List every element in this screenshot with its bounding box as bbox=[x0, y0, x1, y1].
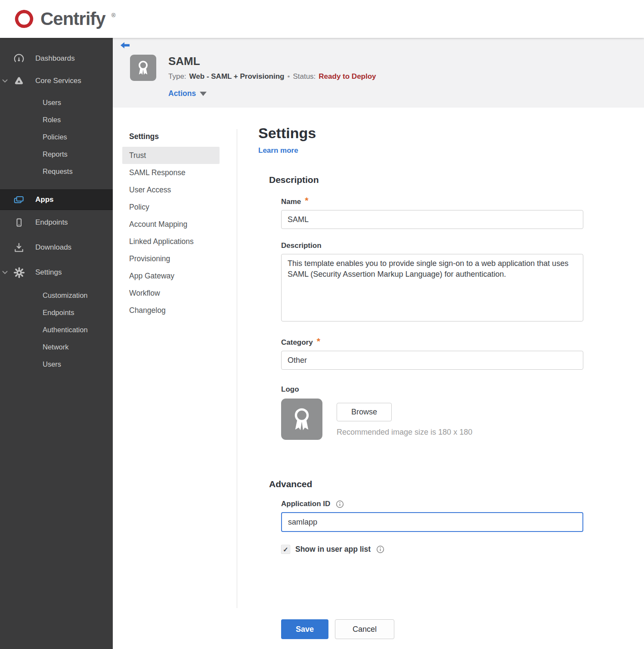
logo-label: Logo bbox=[281, 385, 299, 394]
cancel-button[interactable]: Cancel bbox=[335, 619, 394, 639]
logo-preview bbox=[281, 399, 322, 440]
sidebar-item-label: Apps bbox=[35, 195, 54, 204]
chevron-down-icon[interactable] bbox=[2, 271, 8, 275]
sidebar-item-settings[interactable]: Settings bbox=[0, 260, 113, 285]
type-value: Web - SAML + Provisioning bbox=[189, 72, 285, 81]
subnav-item-trust[interactable]: Trust bbox=[122, 147, 220, 164]
sidebar-item-customization[interactable]: Customization bbox=[0, 287, 113, 304]
subnav-item-saml-response[interactable]: SAML Response bbox=[122, 164, 220, 181]
settings-panel: Settings Learn more Description Name * D… bbox=[237, 108, 644, 649]
sidebar-item-network[interactable]: Network bbox=[0, 338, 113, 355]
endpoint-phone-icon bbox=[13, 217, 25, 228]
name-input[interactable] bbox=[281, 210, 583, 229]
download-icon bbox=[13, 242, 25, 253]
app-header: SAML Type: Web - SAML + Provisioning • S… bbox=[113, 38, 644, 108]
sidebar-item-label: Dashboards bbox=[35, 54, 75, 63]
actions-dropdown[interactable]: Actions bbox=[168, 89, 376, 98]
type-label: Type: bbox=[168, 72, 186, 81]
sidebar-item-users[interactable]: Users bbox=[0, 94, 113, 111]
centrify-spiral-icon bbox=[13, 8, 35, 30]
separator-dot: • bbox=[287, 72, 290, 81]
ribbon-award-icon bbox=[289, 407, 314, 432]
sidebar-item-apps[interactable]: Apps bbox=[0, 189, 113, 210]
sidebar-item-label: Endpoints bbox=[35, 218, 68, 227]
checkmark-icon: ✓ bbox=[283, 546, 288, 553]
sidebar-item-roles[interactable]: Roles bbox=[0, 111, 113, 128]
browse-button[interactable]: Browse bbox=[337, 403, 392, 421]
application-id-input[interactable] bbox=[281, 512, 583, 532]
description-textarea[interactable]: This template enables you to provide sin… bbox=[281, 254, 583, 321]
required-asterisk: * bbox=[305, 198, 308, 203]
sidebar: Dashboards Core Services Users Roles Pol… bbox=[0, 38, 113, 649]
subnav-item-changelog[interactable]: Changelog bbox=[122, 302, 220, 319]
chevron-down-icon[interactable] bbox=[2, 79, 8, 83]
gauge-icon bbox=[13, 53, 25, 64]
subnav-header: Settings bbox=[113, 132, 237, 141]
status-label: Status: bbox=[293, 72, 316, 81]
sidebar-item-downloads[interactable]: Downloads bbox=[0, 235, 113, 260]
gear-icon bbox=[13, 267, 25, 278]
settings-subnav: Settings Trust SAML Response User Access… bbox=[113, 108, 237, 649]
show-in-user-app-list-label: Show in user app list bbox=[295, 545, 371, 554]
subnav-item-provisioning[interactable]: Provisioning bbox=[122, 250, 220, 267]
app-title: SAML bbox=[168, 55, 376, 68]
subnav-item-app-gateway[interactable]: App Gateway bbox=[122, 267, 220, 284]
subnav-item-linked-applications[interactable]: Linked Applications bbox=[122, 233, 220, 250]
sidebar-item-endpoints-settings[interactable]: Endpoints bbox=[0, 304, 113, 321]
core-services-sublist: Users Roles Policies Reports Requests bbox=[0, 92, 113, 184]
sidebar-item-requests[interactable]: Requests bbox=[0, 163, 113, 180]
sidebar-item-authentication[interactable]: Authentication bbox=[0, 321, 113, 338]
info-icon[interactable] bbox=[376, 545, 384, 553]
actions-label: Actions bbox=[168, 89, 196, 98]
page-title: Settings bbox=[258, 125, 644, 142]
ribbon-award-icon bbox=[135, 60, 151, 76]
centrify-logo: Centrify ® bbox=[13, 8, 115, 30]
topbar: Centrify ® bbox=[0, 0, 644, 38]
sidebar-item-users-settings[interactable]: Users bbox=[0, 355, 113, 373]
logo-size-hint: Recommended image size is 180 x 180 bbox=[337, 428, 472, 437]
description-section-heading: Description bbox=[269, 175, 644, 185]
name-label: Name bbox=[281, 198, 301, 206]
registered-mark: ® bbox=[111, 12, 116, 19]
app-logo-badge bbox=[130, 55, 156, 81]
back-arrow-icon[interactable] bbox=[120, 42, 130, 50]
save-button[interactable]: Save bbox=[281, 619, 328, 639]
sidebar-item-endpoints[interactable]: Endpoints bbox=[0, 210, 113, 235]
caret-down-icon bbox=[200, 92, 207, 96]
core-services-icon bbox=[13, 75, 25, 87]
sidebar-item-label: Core Services bbox=[35, 77, 81, 85]
subnav-item-policy[interactable]: Policy bbox=[122, 198, 220, 216]
info-icon[interactable] bbox=[336, 500, 344, 508]
show-in-user-app-list-checkbox[interactable]: ✓ bbox=[281, 545, 290, 554]
learn-more-link[interactable]: Learn more bbox=[258, 146, 298, 155]
sidebar-item-dashboards[interactable]: Dashboards bbox=[0, 47, 113, 70]
sidebar-item-core-services[interactable]: Core Services bbox=[0, 70, 113, 92]
subnav-item-user-access[interactable]: User Access bbox=[122, 181, 220, 198]
sidebar-item-label: Downloads bbox=[35, 243, 71, 252]
advanced-section-heading: Advanced bbox=[269, 479, 644, 489]
apps-icon bbox=[13, 194, 25, 205]
application-id-label: Application ID bbox=[281, 500, 330, 508]
category-input[interactable] bbox=[281, 351, 583, 370]
status-value: Ready to Deploy bbox=[319, 72, 376, 81]
category-label: Category bbox=[281, 338, 313, 347]
settings-sublist: Customization Endpoints Authentication N… bbox=[0, 285, 113, 377]
subnav-item-account-mapping[interactable]: Account Mapping bbox=[122, 216, 220, 233]
required-asterisk: * bbox=[317, 339, 320, 343]
sidebar-item-reports[interactable]: Reports bbox=[0, 145, 113, 163]
brand-name: Centrify bbox=[40, 9, 105, 29]
sidebar-item-label: Settings bbox=[35, 268, 62, 277]
description-label: Description bbox=[281, 241, 322, 250]
sidebar-item-policies[interactable]: Policies bbox=[0, 128, 113, 145]
subnav-item-workflow[interactable]: Workflow bbox=[122, 284, 220, 302]
